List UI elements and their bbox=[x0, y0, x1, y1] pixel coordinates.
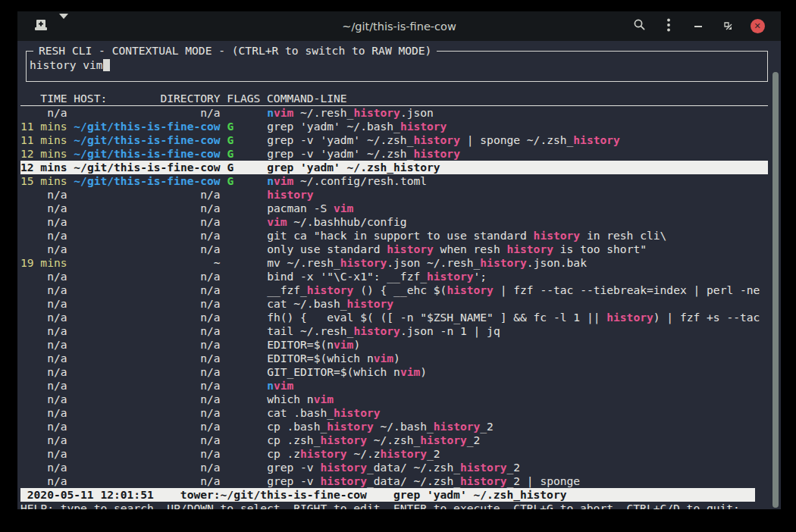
history-row[interactable]: n/a n/a which nvim bbox=[20, 393, 768, 406]
history-row[interactable]: n/a n/a cat ~/.bash_history bbox=[20, 297, 768, 311]
scrollbar-thumb[interactable] bbox=[772, 72, 779, 508]
history-row[interactable]: n/a n/a bind -x '"\C-x1": __fzf_history'… bbox=[20, 270, 768, 283]
history-row[interactable]: n/a n/a EDITOR=$(nvim) bbox=[20, 338, 768, 352]
history-row[interactable]: 15 mins ~/git/this-is-fine-cow G nvim ~/… bbox=[20, 174, 768, 188]
history-row[interactable]: n/a n/a pacman -S vim bbox=[20, 202, 768, 215]
history-row[interactable]: n/a n/a cp .bash_history ~/.bash_history… bbox=[20, 420, 768, 433]
history-row[interactable]: n/a n/a grep -v history_data/ ~/.zsh_his… bbox=[20, 474, 768, 488]
search-button[interactable] bbox=[628, 15, 650, 38]
resh-mode-title: RESH CLI - CONTEXTUAL MODE - (CTRL+R to … bbox=[33, 44, 437, 58]
history-row[interactable]: n/a n/a GIT_EDITOR=$(which nvim) bbox=[20, 365, 768, 379]
history-row[interactable]: n/a n/a vim ~/.bashhub/config bbox=[20, 215, 768, 229]
resh-search-box: RESH CLI - CONTEXTUAL MODE - (CTRL+R to … bbox=[26, 51, 768, 82]
history-row[interactable]: n/a n/a only use standard history when r… bbox=[20, 243, 768, 256]
close-button[interactable]: ✕ bbox=[746, 15, 769, 38]
history-row[interactable]: n/a n/a nvim ~/.resh_history.json bbox=[20, 106, 768, 120]
titlebar: ~/git/this-is-fine-cow bbox=[17, 11, 781, 41]
minimize-icon bbox=[694, 26, 702, 27]
new-tab-icon bbox=[34, 19, 48, 34]
history-row[interactable]: 12 mins ~/git/this-is-fine-cow G grep -v… bbox=[20, 147, 768, 161]
terminal-window: ~/git/this-is-fine-cow bbox=[17, 11, 781, 509]
history-row[interactable]: 11 mins ~/git/this-is-fine-cow G grep -v… bbox=[20, 133, 768, 147]
history-row[interactable]: n/a n/a history bbox=[20, 188, 768, 202]
status-bar: 2020-05-11 12:01:51 tower:~/git/this-is-… bbox=[20, 488, 755, 502]
scrollbar[interactable] bbox=[772, 72, 779, 508]
new-tab-dropdown[interactable] bbox=[59, 19, 68, 33]
history-row[interactable]: n/a n/a cat .bash_history bbox=[20, 406, 768, 420]
search-input[interactable]: history vim bbox=[30, 58, 767, 72]
history-row[interactable]: 11 mins ~/git/this-is-fine-cow G grep 'y… bbox=[20, 120, 768, 133]
history-row[interactable]: n/a n/a tail ~/.resh_history.json -n 1 |… bbox=[20, 324, 768, 338]
restore-icon bbox=[724, 19, 732, 33]
history-row[interactable]: n/a n/a cp .zhistory ~/.zhistory_2 bbox=[20, 447, 768, 461]
history-table: TIME HOST: DIRECTORY FLAGS COMMAND-LINE … bbox=[20, 92, 768, 502]
new-tab-button[interactable] bbox=[33, 18, 49, 35]
close-icon: ✕ bbox=[751, 19, 765, 33]
search-icon bbox=[633, 18, 646, 34]
history-row[interactable]: n/a n/a grep -v history_data/ ~/.zsh_his… bbox=[20, 461, 768, 474]
history-rows: n/a n/a nvim ~/.resh_history.json11 mins… bbox=[20, 106, 768, 488]
history-header: TIME HOST: DIRECTORY FLAGS COMMAND-LINE bbox=[20, 92, 768, 106]
history-row[interactable]: n/a n/a nvim bbox=[20, 379, 768, 393]
history-row[interactable]: n/a n/a git ca "hack in support to use s… bbox=[20, 229, 768, 243]
history-row[interactable]: n/a n/a EDITOR=$(which nvim) bbox=[20, 352, 768, 365]
history-row-selected[interactable]: 12 mins ~/git/this-is-fine-cow G grep 'y… bbox=[20, 161, 768, 174]
menu-kebab-icon bbox=[667, 18, 670, 35]
history-row[interactable]: 19 mins ~ mv ~/.resh_history.json ~/.res… bbox=[20, 256, 768, 270]
history-row[interactable]: n/a n/a cp .zsh_history ~/.zsh_history_2 bbox=[20, 433, 768, 447]
history-row[interactable]: n/a n/a fh() { eval $( ([ -n "$ZSH_NAME"… bbox=[20, 311, 768, 324]
restore-button[interactable] bbox=[716, 15, 739, 38]
menu-button[interactable] bbox=[657, 15, 680, 38]
search-query-text: history vim bbox=[30, 58, 103, 72]
dropdown-chevron-icon bbox=[59, 14, 68, 33]
terminal-content: RESH CLI - CONTEXTUAL MODE - (CTRL+R to … bbox=[17, 41, 781, 509]
minimize-button[interactable] bbox=[687, 15, 710, 38]
history-row[interactable]: n/a n/a __fzf_history () { __ehc $(histo… bbox=[20, 283, 768, 297]
help-line: HELP: type to search, UP/DOWN to select,… bbox=[20, 502, 781, 509]
text-cursor bbox=[103, 59, 110, 71]
